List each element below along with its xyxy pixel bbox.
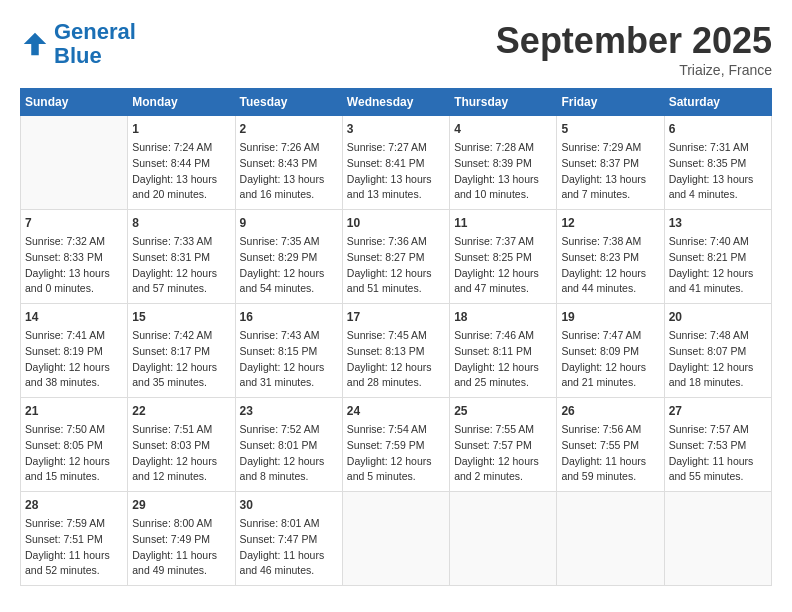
day-info: Sunrise: 7:28 AMSunset: 8:39 PMDaylight:… [454, 140, 552, 203]
day-cell: 12Sunrise: 7:38 AMSunset: 8:23 PMDayligh… [557, 210, 664, 304]
day-info: Sunrise: 7:52 AMSunset: 8:01 PMDaylight:… [240, 422, 338, 485]
month-title: September 2025 [496, 20, 772, 62]
day-number: 29 [132, 496, 230, 514]
day-cell: 26Sunrise: 7:56 AMSunset: 7:55 PMDayligh… [557, 398, 664, 492]
day-cell: 27Sunrise: 7:57 AMSunset: 7:53 PMDayligh… [664, 398, 771, 492]
day-info: Sunrise: 7:27 AMSunset: 8:41 PMDaylight:… [347, 140, 445, 203]
day-number: 23 [240, 402, 338, 420]
day-cell: 8Sunrise: 7:33 AMSunset: 8:31 PMDaylight… [128, 210, 235, 304]
calendar-header: Sunday Monday Tuesday Wednesday Thursday… [21, 89, 772, 116]
day-number: 9 [240, 214, 338, 232]
day-cell: 16Sunrise: 7:43 AMSunset: 8:15 PMDayligh… [235, 304, 342, 398]
day-cell: 24Sunrise: 7:54 AMSunset: 7:59 PMDayligh… [342, 398, 449, 492]
day-number: 12 [561, 214, 659, 232]
logo-icon [20, 29, 50, 59]
day-number: 28 [25, 496, 123, 514]
day-number: 5 [561, 120, 659, 138]
day-number: 2 [240, 120, 338, 138]
logo-line1: General [54, 19, 136, 44]
day-info: Sunrise: 8:00 AMSunset: 7:49 PMDaylight:… [132, 516, 230, 579]
col-thursday: Thursday [450, 89, 557, 116]
day-number: 17 [347, 308, 445, 326]
day-number: 6 [669, 120, 767, 138]
day-info: Sunrise: 7:59 AMSunset: 7:51 PMDaylight:… [25, 516, 123, 579]
day-info: Sunrise: 7:42 AMSunset: 8:17 PMDaylight:… [132, 328, 230, 391]
day-info: Sunrise: 7:32 AMSunset: 8:33 PMDaylight:… [25, 234, 123, 297]
location: Triaize, France [496, 62, 772, 78]
day-cell: 21Sunrise: 7:50 AMSunset: 8:05 PMDayligh… [21, 398, 128, 492]
day-cell: 29Sunrise: 8:00 AMSunset: 7:49 PMDayligh… [128, 492, 235, 586]
day-number: 3 [347, 120, 445, 138]
col-friday: Friday [557, 89, 664, 116]
day-number: 27 [669, 402, 767, 420]
day-info: Sunrise: 7:33 AMSunset: 8:31 PMDaylight:… [132, 234, 230, 297]
day-cell: 5Sunrise: 7:29 AMSunset: 8:37 PMDaylight… [557, 116, 664, 210]
day-cell: 13Sunrise: 7:40 AMSunset: 8:21 PMDayligh… [664, 210, 771, 304]
col-saturday: Saturday [664, 89, 771, 116]
day-number: 20 [669, 308, 767, 326]
day-cell [664, 492, 771, 586]
day-info: Sunrise: 7:43 AMSunset: 8:15 PMDaylight:… [240, 328, 338, 391]
day-info: Sunrise: 7:46 AMSunset: 8:11 PMDaylight:… [454, 328, 552, 391]
day-number: 13 [669, 214, 767, 232]
day-info: Sunrise: 7:26 AMSunset: 8:43 PMDaylight:… [240, 140, 338, 203]
day-info: Sunrise: 7:29 AMSunset: 8:37 PMDaylight:… [561, 140, 659, 203]
day-info: Sunrise: 7:37 AMSunset: 8:25 PMDaylight:… [454, 234, 552, 297]
day-number: 18 [454, 308, 552, 326]
day-cell: 2Sunrise: 7:26 AMSunset: 8:43 PMDaylight… [235, 116, 342, 210]
day-info: Sunrise: 8:01 AMSunset: 7:47 PMDaylight:… [240, 516, 338, 579]
day-number: 22 [132, 402, 230, 420]
day-info: Sunrise: 7:45 AMSunset: 8:13 PMDaylight:… [347, 328, 445, 391]
svg-marker-0 [24, 33, 47, 56]
title-block: September 2025 Triaize, France [496, 20, 772, 78]
day-number: 19 [561, 308, 659, 326]
day-info: Sunrise: 7:40 AMSunset: 8:21 PMDaylight:… [669, 234, 767, 297]
header-row: Sunday Monday Tuesday Wednesday Thursday… [21, 89, 772, 116]
day-info: Sunrise: 7:35 AMSunset: 8:29 PMDaylight:… [240, 234, 338, 297]
day-info: Sunrise: 7:36 AMSunset: 8:27 PMDaylight:… [347, 234, 445, 297]
week-row-5: 28Sunrise: 7:59 AMSunset: 7:51 PMDayligh… [21, 492, 772, 586]
day-info: Sunrise: 7:51 AMSunset: 8:03 PMDaylight:… [132, 422, 230, 485]
day-number: 11 [454, 214, 552, 232]
day-info: Sunrise: 7:54 AMSunset: 7:59 PMDaylight:… [347, 422, 445, 485]
week-row-2: 7Sunrise: 7:32 AMSunset: 8:33 PMDaylight… [21, 210, 772, 304]
day-cell: 14Sunrise: 7:41 AMSunset: 8:19 PMDayligh… [21, 304, 128, 398]
day-info: Sunrise: 7:41 AMSunset: 8:19 PMDaylight:… [25, 328, 123, 391]
col-wednesday: Wednesday [342, 89, 449, 116]
day-info: Sunrise: 7:38 AMSunset: 8:23 PMDaylight:… [561, 234, 659, 297]
week-row-3: 14Sunrise: 7:41 AMSunset: 8:19 PMDayligh… [21, 304, 772, 398]
calendar-table: Sunday Monday Tuesday Wednesday Thursday… [20, 88, 772, 586]
day-info: Sunrise: 7:31 AMSunset: 8:35 PMDaylight:… [669, 140, 767, 203]
day-cell: 18Sunrise: 7:46 AMSunset: 8:11 PMDayligh… [450, 304, 557, 398]
day-cell: 19Sunrise: 7:47 AMSunset: 8:09 PMDayligh… [557, 304, 664, 398]
day-cell: 11Sunrise: 7:37 AMSunset: 8:25 PMDayligh… [450, 210, 557, 304]
day-info: Sunrise: 7:50 AMSunset: 8:05 PMDaylight:… [25, 422, 123, 485]
day-cell: 6Sunrise: 7:31 AMSunset: 8:35 PMDaylight… [664, 116, 771, 210]
day-cell: 7Sunrise: 7:32 AMSunset: 8:33 PMDaylight… [21, 210, 128, 304]
day-cell: 20Sunrise: 7:48 AMSunset: 8:07 PMDayligh… [664, 304, 771, 398]
day-number: 30 [240, 496, 338, 514]
day-cell: 30Sunrise: 8:01 AMSunset: 7:47 PMDayligh… [235, 492, 342, 586]
day-cell: 3Sunrise: 7:27 AMSunset: 8:41 PMDaylight… [342, 116, 449, 210]
day-cell [342, 492, 449, 586]
day-info: Sunrise: 7:48 AMSunset: 8:07 PMDaylight:… [669, 328, 767, 391]
col-monday: Monday [128, 89, 235, 116]
day-number: 7 [25, 214, 123, 232]
day-number: 8 [132, 214, 230, 232]
day-cell [450, 492, 557, 586]
page-header: General Blue September 2025 Triaize, Fra… [20, 20, 772, 78]
day-cell: 9Sunrise: 7:35 AMSunset: 8:29 PMDaylight… [235, 210, 342, 304]
day-cell: 22Sunrise: 7:51 AMSunset: 8:03 PMDayligh… [128, 398, 235, 492]
day-cell [21, 116, 128, 210]
day-number: 10 [347, 214, 445, 232]
day-number: 4 [454, 120, 552, 138]
logo-line2: Blue [54, 43, 102, 68]
day-number: 24 [347, 402, 445, 420]
day-info: Sunrise: 7:56 AMSunset: 7:55 PMDaylight:… [561, 422, 659, 485]
day-cell [557, 492, 664, 586]
day-info: Sunrise: 7:24 AMSunset: 8:44 PMDaylight:… [132, 140, 230, 203]
logo-text: General Blue [54, 20, 136, 68]
day-cell: 10Sunrise: 7:36 AMSunset: 8:27 PMDayligh… [342, 210, 449, 304]
day-cell: 23Sunrise: 7:52 AMSunset: 8:01 PMDayligh… [235, 398, 342, 492]
col-tuesday: Tuesday [235, 89, 342, 116]
